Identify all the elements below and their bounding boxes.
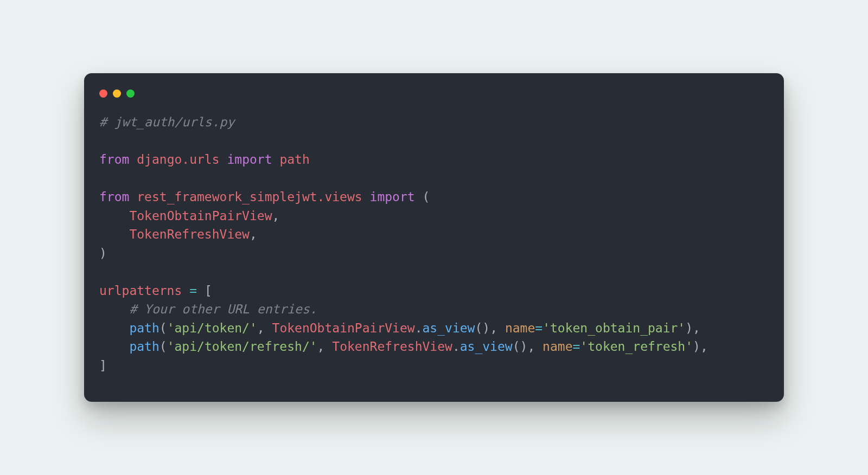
paren-open: ( [159,321,167,335]
op-assign: = [189,284,197,298]
fn-path: path [129,339,159,354]
code-window: # jwt_auth/urls.py from django.urls impo… [84,73,784,402]
comma: , [490,321,497,335]
method-as-view: as_view [460,339,513,354]
paren-close: ) [99,246,107,260]
comma: , [700,339,708,354]
close-icon[interactable] [99,89,107,98]
comma: , [257,321,265,335]
string-name-refresh: 'token_refresh' [580,339,693,354]
comma: , [272,209,280,223]
var-urlpatterns: urlpatterns [99,284,182,298]
string-name-obtain: 'token_obtain_pair' [542,321,685,335]
paren-open: ( [159,339,167,354]
param-name: name [505,321,535,335]
class-tokenrefreshview: TokenRefreshView [129,227,250,241]
keyword-import: import [227,152,272,166]
string-api-token-refresh: 'api/token/refresh/' [167,339,317,354]
module-django-urls: django.urls [137,152,219,166]
comma: , [250,227,257,241]
bracket-open: [ [205,284,212,298]
paren-close: ) [520,339,528,354]
op-assign: = [535,321,542,335]
string-api-token: 'api/token/' [167,321,257,335]
minimize-icon[interactable] [113,89,121,98]
op-assign: = [573,339,580,354]
paren-close: ) [482,321,490,335]
fn-path: path [129,321,159,335]
paren-open: ( [513,339,520,354]
comma: , [527,339,535,354]
paren-close: ) [693,339,700,354]
bracket-close: ] [99,358,107,373]
code-block: # jwt_auth/urls.py from django.urls impo… [84,113,784,375]
keyword-from: from [99,190,129,204]
window-titlebar [84,89,784,113]
paren-close: ) [685,321,693,335]
code-comment: # jwt_auth/urls.py [99,115,234,129]
dot: . [415,321,423,335]
module-simplejwt: rest_framework_simplejwt.views [137,190,362,204]
keyword-from: from [99,152,129,166]
class-tokenrefreshview: TokenRefreshView [332,339,452,354]
comma: , [693,321,700,335]
comma: , [317,339,325,354]
method-as-view: as_view [423,321,475,335]
paren-open: ( [422,190,430,204]
class-tokenobtainpairview: TokenObtainPairView [272,321,415,335]
maximize-icon[interactable] [126,89,135,98]
dot: . [452,339,460,354]
code-comment: # Your other URL entries. [129,302,317,316]
param-name: name [542,339,572,354]
keyword-import: import [370,190,415,204]
paren-open: ( [475,321,482,335]
class-tokenobtainpairview: TokenObtainPairView [129,209,272,223]
import-path: path [279,152,309,166]
